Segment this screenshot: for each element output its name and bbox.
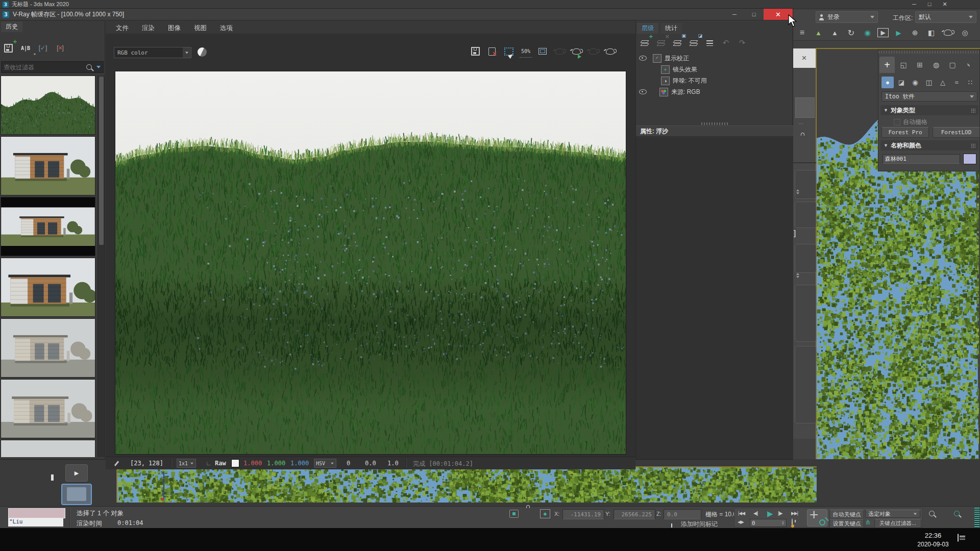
key-filter-icon[interactable]: ⋔ <box>865 518 871 526</box>
category-geometry[interactable]: ● <box>881 77 894 88</box>
tab-motion[interactable]: ◍ <box>928 59 944 71</box>
zoom-all-icon[interactable] <box>951 509 962 518</box>
proportion-50-icon[interactable]: 50% <box>520 45 532 58</box>
layer-row-lens-effects[interactable]: + 镜头效果 <box>636 64 793 74</box>
tab-modify[interactable]: ◱ <box>896 59 911 71</box>
history-thumbnail-4[interactable] <box>1 258 95 317</box>
maximize-button[interactable]: □ <box>923 1 936 8</box>
dialog-titlebar[interactable]: × <box>793 48 816 68</box>
clear-image-icon[interactable] <box>486 45 498 58</box>
load-layer-tree-icon[interactable]: ◪ <box>687 37 699 49</box>
category-dropdown[interactable]: Itoo 软件 <box>881 91 977 102</box>
region-render-icon[interactable] <box>503 45 515 58</box>
render-last-icon[interactable] <box>553 45 566 58</box>
rollout-name-color[interactable]: ▼ 名称和颜色 <box>880 140 978 151</box>
eye-icon[interactable] <box>639 89 647 94</box>
history-thumbnail-5[interactable] <box>1 318 95 378</box>
frame-number-field[interactable]: 0 <box>750 519 787 527</box>
menu-options[interactable]: 选项 <box>220 24 233 33</box>
add-layer-icon[interactable]: + <box>638 37 650 49</box>
undo-icon[interactable]: ↶ <box>720 37 732 49</box>
remove-from-history-icon[interactable]: [×] <box>54 42 66 54</box>
frame-spinner[interactable] <box>782 521 784 525</box>
frame-step-button[interactable]: ◀▶ <box>738 519 744 524</box>
color-sphere-icon[interactable] <box>198 47 207 57</box>
vfb-titlebar[interactable]: 3 V-Ray 帧缓存区 - [100.0% of 1000 x 750] ─ … <box>0 9 793 20</box>
eye-icon[interactable] <box>639 56 647 61</box>
go-to-end-button[interactable]: ▶▶| <box>791 511 798 516</box>
scrollbar-thumb[interactable] <box>99 77 104 245</box>
layout-tabs-arrow-button[interactable]: ▶ <box>65 464 88 482</box>
layer-manager-icon[interactable]: ≡ <box>796 27 808 39</box>
selection-filter-dropdown[interactable]: 选定对象 <box>865 510 920 518</box>
forest-rain-icon[interactable]: ▲ <box>812 27 825 39</box>
history-search-input[interactable] <box>2 64 86 71</box>
splitter-grip[interactable] <box>701 122 728 125</box>
spinner-icon[interactable] <box>796 273 799 278</box>
history-thumbnail-2[interactable] <box>1 136 95 195</box>
arc-rotate-icon[interactable]: ↻ <box>845 27 857 39</box>
save-to-history-icon[interactable]: + <box>2 42 14 54</box>
auto-key-button[interactable]: 自动关键点 <box>829 510 864 519</box>
macro-recorder[interactable] <box>8 508 65 518</box>
y-coordinate-field[interactable] <box>614 509 655 519</box>
next-frame-button[interactable]: ||▶ <box>778 511 782 516</box>
zoom-dropdown[interactable]: 1x1 <box>177 459 196 468</box>
tab-layers[interactable]: 层级 <box>637 23 658 34</box>
add-key-button[interactable]: + <box>807 509 827 527</box>
previous-frame-button[interactable]: ◀|| <box>753 511 758 516</box>
layer-row-source-rgb[interactable]: 来源: RGB <box>636 87 793 97</box>
pipette-icon[interactable] <box>114 461 119 466</box>
render-stop-icon[interactable] <box>587 45 599 58</box>
history-thumbnail-3[interactable] <box>1 197 95 256</box>
vfb-minimize-button[interactable]: ─ <box>725 9 744 20</box>
category-shapes[interactable]: ◪ <box>895 76 908 88</box>
viewport-scatter-canvas[interactable] <box>117 467 817 503</box>
rendered-image[interactable] <box>115 71 626 455</box>
dialog-swatch[interactable] <box>795 97 815 118</box>
go-to-start-button[interactable]: |◀◀ <box>738 511 745 516</box>
z-coordinate-field[interactable] <box>664 509 701 519</box>
save-layer-tree-icon[interactable]: ▣ <box>671 37 683 49</box>
rollout-object-type[interactable]: ▼ 对象类型 <box>880 105 978 115</box>
close-icon[interactable]: × <box>802 53 807 63</box>
history-scrollbar[interactable] <box>97 76 105 457</box>
menu-render[interactable]: 渲染 <box>142 24 155 33</box>
redo-icon[interactable]: ↷ <box>736 37 748 49</box>
tab-history[interactable]: 历史 <box>1 21 22 32</box>
login-dropdown[interactable]: 登录 <box>816 11 878 23</box>
menu-image[interactable]: 图像 <box>168 24 181 33</box>
max-titlebar[interactable]: 3 无标题 - 3ds Max 2020 ─ □ ✕ <box>0 0 980 9</box>
camera-add-icon[interactable]: ⊕ <box>909 27 921 39</box>
forest-tree-icon[interactable]: ▲ <box>828 27 841 39</box>
transform-type-in-icon[interactable]: ◆ <box>540 509 550 518</box>
play-button[interactable]: ▶ <box>767 509 773 518</box>
tab-stats[interactable]: 统计 <box>660 23 682 34</box>
autogrid-checkbox[interactable] <box>894 119 900 126</box>
layer-row-denoiser[interactable]: ◑ 降噪: 不可用 <box>636 76 793 86</box>
ab-compare-icon[interactable]: A|B <box>19 42 32 54</box>
clock-time[interactable]: 22:36 <box>917 532 949 539</box>
history-thumbnail-6[interactable] <box>1 379 95 438</box>
layer-row-display-correction[interactable]: ◜ 显示校正 <box>636 53 793 63</box>
clock-date[interactable]: 2020-09-03 <box>909 541 958 548</box>
menu-view[interactable]: 视图 <box>194 24 207 33</box>
tab-hierarchy[interactable]: ⊞ <box>912 59 927 71</box>
add-time-tag-label[interactable]: 添加时间标记 <box>681 520 718 529</box>
tab-create[interactable]: + <box>879 57 895 73</box>
category-cameras[interactable]: ◫ <box>923 76 935 88</box>
zoom-icon[interactable] <box>926 509 937 518</box>
vfb-maximize-button[interactable]: □ <box>744 9 764 20</box>
isolate-selection-icon[interactable] <box>509 510 519 518</box>
render-preview-icon[interactable]: ▶ <box>877 28 889 37</box>
render-scene-icon[interactable] <box>604 45 616 58</box>
forest-pro-button[interactable]: Forest Pro <box>881 127 929 138</box>
key-filters-button[interactable]: 关键点过滤器... <box>874 519 921 528</box>
delete-layer-icon[interactable]: × <box>654 37 667 49</box>
video-playback-icon[interactable]: ▶ <box>892 27 905 39</box>
tab-utilities[interactable]: ⌁ <box>959 55 978 74</box>
layer-list-icon[interactable] <box>703 37 716 49</box>
save-image-icon[interactable] <box>469 45 481 58</box>
menu-file[interactable]: 文件 <box>116 24 129 33</box>
category-helpers[interactable]: △ <box>937 76 949 88</box>
